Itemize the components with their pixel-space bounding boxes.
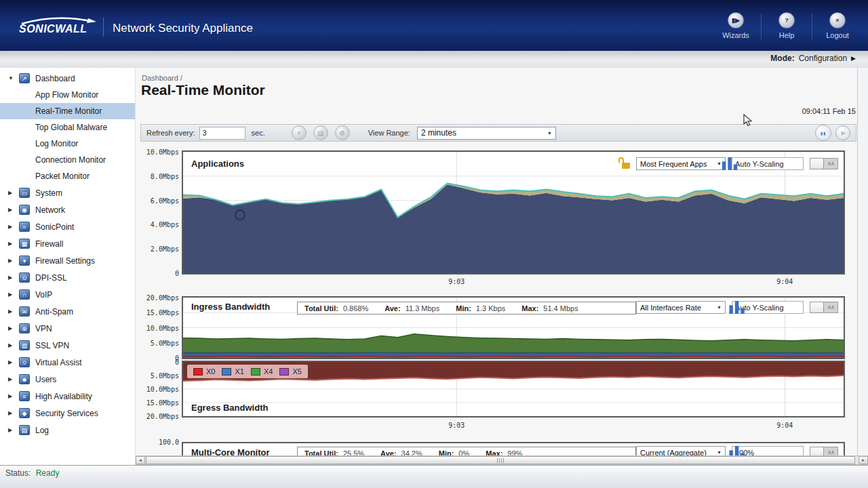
breadcrumb[interactable]: Dashboard /	[142, 74, 182, 82]
sidebar-item-log-monitor[interactable]: Log Monitor	[0, 136, 135, 152]
bar-chart-view-button[interactable]	[810, 302, 824, 313]
collapsed-arrow-icon[interactable]: ▶	[8, 342, 15, 348]
header-divider	[103, 18, 104, 37]
stat-label: Min:	[439, 449, 454, 456]
collapsed-arrow-icon[interactable]: ▶	[8, 190, 15, 196]
sidebar-item-firewall[interactable]: ▶ Firewall	[0, 235, 135, 252]
users-icon	[19, 374, 30, 384]
page-title: Real-Time Monitor	[141, 82, 265, 98]
sidebar-item-label: Firewall Settings	[35, 256, 95, 266]
collapsed-arrow-icon[interactable]: ▶	[8, 325, 15, 331]
scroll-right-button[interactable]: ►	[859, 456, 868, 464]
sidebar-item-top-global-malware[interactable]: Top Global Malware	[0, 119, 135, 136]
sidebar-item-app-flow-monitor[interactable]: App Flow Monitor	[0, 87, 135, 103]
sidebar-item-label: Anti-Spam	[35, 307, 73, 317]
sidebar-item-label: VoIP	[35, 290, 52, 300]
sidebar-item-connection-monitor[interactable]: Connection Monitor	[0, 152, 135, 168]
sidebar-item-label: SonicPoint	[35, 222, 74, 232]
refresh-interval-input[interactable]	[199, 127, 245, 140]
stat-value: 25.5%	[343, 449, 364, 456]
stat-label: Min:	[456, 304, 471, 312]
pause-button[interactable]: ▮▮	[815, 125, 831, 141]
logout-button[interactable]: × Logout	[822, 12, 853, 39]
clear-graphs-button[interactable]: ×	[292, 125, 307, 140]
view-range-value: 2 minutes	[421, 128, 456, 138]
wizards-label: Wizards	[722, 31, 749, 39]
sonicwall-logo: SONICWALL	[18, 15, 100, 39]
sidebar-item-anti-spam[interactable]: ▶ Anti-Spam	[0, 303, 135, 320]
mode-label: Mode:	[770, 54, 794, 63]
stat-value: 34.2%	[401, 449, 422, 456]
sidebar-item-dashboard[interactable]: ▼ Dashboard	[0, 70, 135, 87]
collapsed-arrow-icon[interactable]: ▶	[8, 427, 15, 433]
sidebar-item-ssl-vpn[interactable]: ▶ SSL VPN	[0, 337, 135, 354]
egress-title: Egress Bandwidth	[191, 403, 268, 413]
sidebar-item-system[interactable]: ▶ System	[0, 184, 135, 201]
tools-button[interactable]: ⚙	[335, 125, 350, 140]
help-label: Help	[779, 31, 795, 39]
mode-arrow-icon[interactable]: ▶	[851, 55, 856, 62]
scroll-left-button[interactable]: ◄	[136, 456, 145, 464]
expanded-arrow-icon[interactable]: ▼	[8, 75, 15, 81]
print-button[interactable]: ▤	[313, 125, 328, 140]
sidebar-item-label: Log Monitor	[35, 139, 78, 148]
stat-label: Ave:	[380, 449, 396, 456]
status-value: Ready	[36, 468, 60, 478]
sidebar-item-voip[interactable]: ▶ VoIP	[0, 286, 135, 303]
scrollbar-thumb[interactable]	[146, 456, 855, 464]
sidebar-item-label: DPI-SSL	[35, 273, 67, 283]
refresh-unit-label: sec.	[252, 129, 265, 137]
collapsed-arrow-icon[interactable]: ▶	[8, 308, 15, 314]
sidebar-item-label: Users	[35, 375, 56, 384]
collapsed-arrow-icon[interactable]: ▶	[8, 207, 15, 213]
sidebar-item-log[interactable]: ▶ Log	[0, 422, 135, 439]
stat-label: Max:	[521, 304, 538, 312]
multicore-panel: Multi-Core Monitor Total Util: 25.5% Ave…	[182, 442, 845, 455]
stat-value: 0%	[458, 449, 469, 456]
sidebar-item-label: Dashboard	[35, 74, 75, 83]
sidebar-item-users[interactable]: ▶ Users	[0, 371, 135, 388]
sidebar-item-vpn[interactable]: ▶ VPN	[0, 320, 135, 337]
sidebar-item-real-time-monitor[interactable]: Real-Time Monitor	[0, 103, 135, 119]
multicore-title: Multi-Core Monitor	[191, 447, 270, 455]
collapsed-arrow-icon[interactable]: ▶	[8, 241, 15, 247]
sidebar-item-virtual-assist[interactable]: ▶ Virtual Assist	[0, 354, 135, 371]
bar-chart-view-button[interactable]	[810, 447, 824, 455]
play-button[interactable]: ▶	[835, 125, 850, 140]
stat-label: Total Util:	[304, 449, 338, 456]
sonicwall-screen: SONICWALL Network Security Appliance ▮▶ …	[0, 0, 868, 488]
sidebar-item-network[interactable]: ▶ Network	[0, 201, 135, 218]
dashboard-icon	[19, 73, 30, 83]
ingress-bandwidth-panel: Ingress Bandwidth Total Util: 0.868% Ave…	[182, 296, 845, 359]
collapsed-arrow-icon[interactable]: ▶	[8, 376, 15, 382]
collapsed-arrow-icon[interactable]: ▶	[8, 224, 15, 230]
ssl-vpn-icon	[19, 340, 30, 350]
sidebar-item-sonicpoint[interactable]: ▶ SonicPoint	[0, 218, 135, 235]
horizontal-scrollbar[interactable]: ◄ ►	[136, 455, 868, 465]
collapsed-arrow-icon[interactable]: ▶	[8, 258, 15, 264]
sidebar-item-label: Packet Monitor	[35, 171, 90, 181]
sidebar-item-packet-monitor[interactable]: Packet Monitor	[0, 168, 135, 184]
collapsed-arrow-icon[interactable]: ▶	[8, 274, 15, 281]
bar-chart-view-button[interactable]	[810, 158, 824, 169]
view-range-select[interactable]: 2 minutes ▼	[417, 127, 556, 140]
sidebar-item-security-services[interactable]: ▶ Security Services	[0, 405, 135, 422]
ingress-view-toggle: ∧∧	[810, 302, 838, 313]
sidebar-item-high-availability[interactable]: ▶ High Availability	[0, 388, 135, 405]
wizards-button[interactable]: ▮▶ Wizards	[720, 12, 751, 39]
applications-title: Applications	[191, 159, 244, 169]
mode-selector[interactable]: Configuration	[799, 54, 847, 63]
voip-icon	[19, 289, 30, 300]
sidebar-item-firewall-settings[interactable]: ▶ Firewall Settings	[0, 252, 135, 269]
collapsed-arrow-icon[interactable]: ▶	[8, 393, 15, 399]
help-button[interactable]: ? Help	[771, 12, 802, 39]
vertical-scrollbar[interactable]	[857, 68, 868, 455]
collapsed-arrow-icon[interactable]: ▶	[8, 410, 15, 416]
sidebar: ▼ Dashboard App Flow Monitor Real-Time M…	[0, 68, 136, 465]
collapsed-arrow-icon[interactable]: ▶	[8, 359, 15, 365]
app-header: SONICWALL Network Security Appliance ▮▶ …	[0, 0, 868, 51]
collapsed-arrow-icon[interactable]: ▶	[8, 291, 15, 298]
nav-separator	[812, 14, 812, 39]
sidebar-item-dpi-ssl[interactable]: ▶ DPI-SSL	[0, 269, 135, 286]
sidebar-item-label: Top Global Malware	[35, 123, 107, 132]
